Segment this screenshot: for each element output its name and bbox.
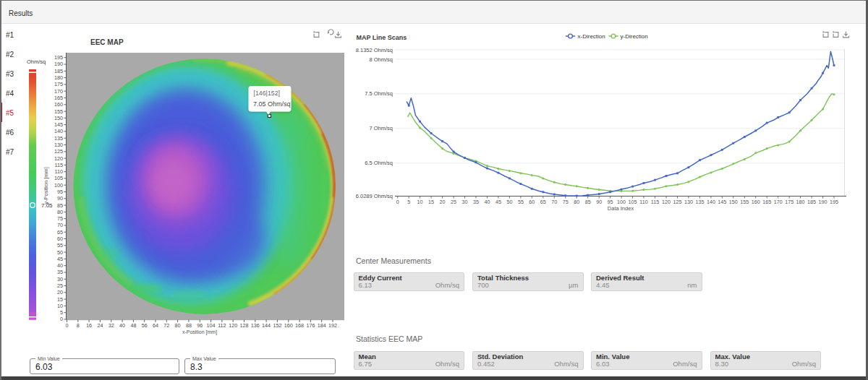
svg-text:120: 120: [229, 322, 237, 329]
svg-text:0: 0: [66, 322, 69, 329]
svg-text:155: 155: [740, 199, 749, 205]
svg-text:90: 90: [57, 195, 63, 202]
svg-text:96: 96: [197, 322, 203, 329]
svg-text:125: 125: [673, 199, 682, 205]
svg-text:175: 175: [785, 199, 793, 205]
svg-text:8: 8: [77, 322, 80, 329]
svg-text:90: 90: [596, 199, 602, 205]
svg-text:6.5 Ohm/sq: 6.5 Ohm/sq: [365, 160, 393, 166]
svg-text:56: 56: [142, 322, 148, 329]
svg-text:195: 195: [54, 54, 63, 61]
svg-text:Data Index: Data Index: [608, 205, 634, 212]
svg-text:30: 30: [57, 276, 63, 282]
svg-text:136: 136: [251, 322, 260, 329]
svg-text:155: 155: [54, 108, 63, 115]
svg-text:7.5 Ohm/sq: 7.5 Ohm/sq: [365, 90, 393, 97]
svg-text:60: 60: [57, 236, 63, 242]
svg-text:7 Ohm/sq: 7 Ohm/sq: [369, 125, 393, 131]
svg-text:140: 140: [54, 128, 63, 134]
svg-text:85: 85: [585, 199, 591, 205]
svg-text:50: 50: [57, 249, 63, 256]
svg-text:95: 95: [57, 189, 63, 195]
svg-text:85: 85: [57, 202, 63, 209]
svg-text:190: 190: [819, 199, 827, 205]
svg-text:70: 70: [57, 222, 63, 228]
svg-text:16: 16: [86, 322, 92, 329]
svg-text:40: 40: [57, 262, 63, 269]
svg-text:25: 25: [57, 282, 63, 289]
svg-text:64: 64: [153, 322, 158, 329]
svg-text:5: 5: [60, 309, 63, 316]
svg-text:115: 115: [651, 199, 659, 205]
svg-text:10: 10: [57, 303, 63, 309]
svg-text:120: 120: [54, 155, 63, 162]
svg-text:120: 120: [662, 199, 671, 205]
svg-text:160: 160: [284, 322, 293, 329]
svg-text:152: 152: [273, 322, 281, 329]
svg-text:105: 105: [54, 175, 63, 181]
svg-text:40: 40: [119, 322, 125, 329]
svg-text:65: 65: [57, 229, 63, 236]
svg-text:80: 80: [574, 199, 579, 205]
svg-text:100: 100: [617, 199, 626, 205]
svg-text:35: 35: [473, 199, 479, 205]
svg-text:105: 105: [629, 199, 637, 205]
svg-text:20: 20: [57, 289, 63, 295]
svg-text:0: 0: [60, 316, 63, 322]
svg-text:.: .: [338, 322, 339, 329]
svg-text:5: 5: [407, 199, 410, 205]
svg-text:y-Position [mm]: y-Position [mm]: [43, 167, 49, 204]
svg-text:125: 125: [54, 148, 63, 155]
svg-text:190: 190: [54, 61, 63, 67]
svg-text:100: 100: [54, 182, 63, 189]
svg-text:176: 176: [306, 322, 315, 329]
svg-text:185: 185: [54, 68, 63, 74]
svg-text:170: 170: [54, 88, 63, 95]
svg-text:55: 55: [518, 199, 524, 205]
svg-text:55: 55: [57, 242, 63, 249]
svg-text:8 Ohm/sq: 8 Ohm/sq: [369, 56, 393, 63]
svg-text:115: 115: [55, 162, 63, 168]
svg-text:130: 130: [684, 199, 693, 205]
svg-text:40: 40: [485, 199, 490, 205]
svg-text:135: 135: [695, 199, 704, 205]
svg-text:88: 88: [186, 322, 192, 329]
svg-text:20: 20: [440, 199, 446, 205]
svg-text:x-Position [mm]: x-Position [mm]: [182, 329, 217, 335]
svg-text:150: 150: [729, 199, 738, 205]
svg-text:30: 30: [462, 199, 468, 205]
svg-text:75: 75: [563, 199, 569, 205]
svg-text:130: 130: [54, 142, 63, 148]
svg-text:150: 150: [54, 115, 63, 121]
svg-text:50: 50: [506, 199, 512, 205]
svg-text:72: 72: [163, 322, 169, 329]
svg-text:175: 175: [54, 81, 63, 87]
svg-text:168: 168: [295, 322, 304, 329]
svg-text:95: 95: [608, 199, 613, 205]
svg-text:135: 135: [54, 135, 63, 142]
svg-text:195: 195: [830, 199, 838, 205]
svg-text:145: 145: [718, 199, 726, 205]
svg-text:184: 184: [318, 322, 326, 329]
svg-text:185: 185: [807, 199, 816, 205]
svg-text:60: 60: [529, 199, 535, 205]
svg-text:65: 65: [540, 199, 546, 205]
svg-text:35: 35: [57, 269, 63, 275]
svg-text:0: 0: [396, 199, 399, 205]
svg-text:80: 80: [57, 209, 63, 215]
svg-text:6.0289 Ohm/sq: 6.0289 Ohm/sq: [356, 193, 393, 199]
svg-text:110: 110: [55, 168, 63, 175]
svg-text:24: 24: [97, 322, 103, 329]
svg-text:165: 165: [762, 199, 771, 205]
svg-text:160: 160: [54, 101, 63, 108]
svg-text:10: 10: [417, 199, 423, 205]
svg-text:48: 48: [130, 322, 136, 329]
svg-text:70: 70: [551, 199, 557, 205]
svg-text:180: 180: [54, 74, 63, 81]
svg-text:140: 140: [707, 199, 715, 205]
svg-text:Ohm/sq: Ohm/sq: [27, 59, 46, 65]
svg-text:145: 145: [54, 121, 63, 128]
svg-text:15: 15: [428, 199, 434, 205]
svg-text:180: 180: [796, 199, 805, 205]
svg-text:y-Direction: y-Direction: [621, 33, 648, 40]
